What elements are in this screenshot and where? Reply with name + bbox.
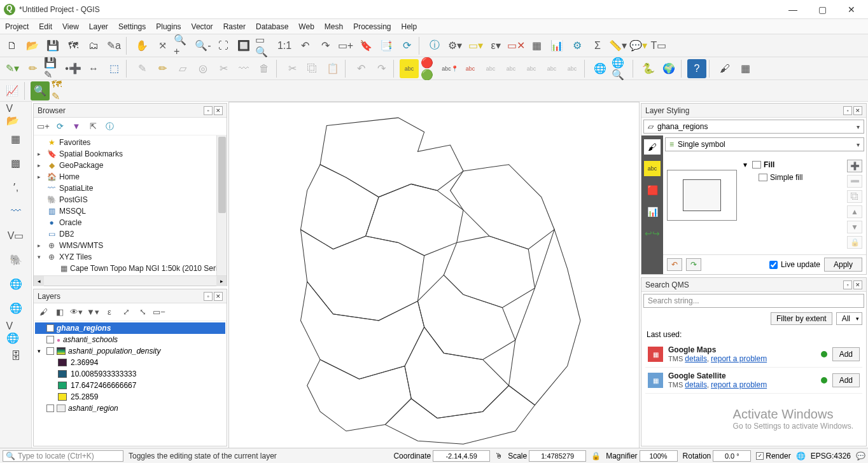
qms-filter-by-extent-button[interactable]: Filter by extent: [771, 312, 832, 325]
messages-icon[interactable]: 💬: [856, 452, 865, 460]
browser-item[interactable]: ▦Cape Town Topo Map NGI 1:50k (2010 Seri…: [36, 263, 224, 274]
extents-toggle-icon[interactable]: 🖰: [495, 452, 503, 460]
layout-manager-icon[interactable]: 🗂: [84, 36, 103, 55]
python-console-icon[interactable]: 🐍: [639, 59, 658, 78]
osm-globe-icon[interactable]: 🌐: [591, 59, 610, 78]
menu-mesh[interactable]: Mesh: [325, 22, 343, 31]
browser-item[interactable]: ▥MSSQL: [36, 205, 224, 217]
scale-lock-icon[interactable]: 🔒: [591, 452, 601, 460]
zoom-layer-icon[interactable]: ▭🔍: [255, 36, 274, 55]
new-map-view-icon[interactable]: ▭+: [336, 36, 355, 55]
layers-style-icon[interactable]: 🖌: [36, 305, 50, 319]
crs-label[interactable]: EPSG:4326: [811, 452, 851, 460]
browser-item[interactable]: ▸⊕WMS/WMTS: [36, 240, 224, 251]
add-db-icon[interactable]: 🗄: [6, 346, 26, 366]
menu-help[interactable]: Help: [402, 22, 417, 31]
scale-input[interactable]: [529, 450, 586, 462]
undo-style-button[interactable]: ↶: [667, 258, 682, 271]
new-bookmark-icon[interactable]: 🔖: [356, 36, 375, 55]
menu-database[interactable]: Database: [256, 22, 288, 31]
layer-class[interactable]: 10.0085933333333: [35, 368, 225, 380]
select-icon[interactable]: ▭▾: [466, 36, 485, 55]
browser-add-icon[interactable]: ▭+: [36, 120, 50, 134]
styling-tab-diagram-icon[interactable]: 📊: [644, 204, 661, 219]
qms-report-link[interactable]: report a problem: [711, 354, 767, 363]
current-edits-icon[interactable]: ✎▾: [3, 59, 22, 78]
magnifier-input[interactable]: [640, 450, 678, 462]
layer-class[interactable]: 2.36994: [35, 357, 225, 368]
browser-scrollbar[interactable]: [216, 135, 227, 275]
qms-add-button[interactable]: Add: [832, 347, 860, 361]
minimize-button[interactable]: —: [784, 4, 802, 15]
add-raster-icon[interactable]: ▦: [6, 128, 26, 149]
browser-item[interactable]: ▸🔖Spatial Bookmarks: [36, 148, 224, 160]
browser-props-icon[interactable]: ⓘ: [102, 120, 116, 134]
browser-item[interactable]: ●Oracle: [36, 217, 224, 228]
layers-collapse-icon[interactable]: ⤡: [136, 305, 150, 319]
browser-undock-button[interactable]: ▫: [204, 106, 213, 115]
menu-view[interactable]: View: [62, 22, 79, 31]
plugin-paint-icon[interactable]: 🖌: [715, 59, 734, 78]
live-update-checkbox[interactable]: Live update: [769, 260, 820, 269]
layers-close-button[interactable]: ✕: [214, 292, 223, 301]
node-tool-icon[interactable]: ⬚: [104, 59, 123, 78]
measure-icon[interactable]: 📏▾: [608, 36, 627, 55]
browser-item[interactable]: ★Favorites: [36, 137, 224, 148]
maximize-button[interactable]: ▢: [813, 4, 831, 15]
add-vector-icon[interactable]: V📂: [6, 104, 26, 125]
menu-layer[interactable]: Layer: [89, 22, 108, 31]
style-manager-icon[interactable]: ✎a: [104, 36, 123, 55]
qms-filter-all-combo[interactable]: All: [836, 312, 862, 325]
pencil-icon[interactable]: ✏: [153, 59, 172, 78]
browser-tree[interactable]: ★Favorites▸🔖Spatial Bookmarks▸◆GeoPackag…: [34, 135, 227, 275]
toolbox-icon[interactable]: ⚙: [568, 36, 587, 55]
browser-hscroll[interactable]: ◂▸: [34, 275, 227, 286]
map-tips-icon[interactable]: 💬▾: [629, 36, 648, 55]
symbol-type-combo[interactable]: ≡ Single symbol: [665, 137, 864, 151]
menu-settings[interactable]: Settings: [118, 22, 146, 31]
add-symbol-layer-button[interactable]: ➕: [847, 160, 862, 172]
menu-edit[interactable]: Edit: [39, 22, 52, 31]
browser-refresh-icon[interactable]: ⟳: [53, 120, 67, 134]
qms-close-button[interactable]: ✕: [853, 280, 862, 289]
zoom-selection-icon[interactable]: 🔲: [234, 36, 253, 55]
apply-button[interactable]: Apply: [824, 258, 862, 272]
label-pin-icon[interactable]: abc📍: [440, 59, 459, 78]
qms-undock-button[interactable]: ▫: [843, 280, 852, 289]
fill-tree[interactable]: ▾Fill Simple fill: [742, 157, 842, 249]
browser-item[interactable]: ▸🏠Home: [36, 171, 224, 183]
zoom-full-icon[interactable]: ⛶: [214, 36, 233, 55]
add-virtual-icon[interactable]: V▭: [6, 225, 26, 245]
browser-item[interactable]: 🐘PostGIS: [36, 194, 224, 205]
show-bookmarks-icon[interactable]: 📑: [377, 36, 396, 55]
styling-tab-symbology-icon[interactable]: 🖌: [644, 139, 661, 155]
styling-close-button[interactable]: ✕: [853, 106, 862, 115]
profile-icon[interactable]: 📈: [3, 81, 22, 100]
move-feature-icon[interactable]: ↔: [84, 59, 103, 78]
browser-close-button[interactable]: ✕: [214, 106, 223, 115]
layers-eye-icon[interactable]: 👁▾: [69, 305, 83, 319]
select-expr-icon[interactable]: ε▾: [486, 36, 505, 55]
menu-project[interactable]: Project: [5, 22, 29, 31]
layer-item[interactable]: ✓ghana_regions: [35, 322, 225, 334]
crs-icon[interactable]: 🌐: [796, 452, 806, 460]
new-print-layout-icon[interactable]: 🗺: [64, 36, 83, 55]
browser-filter-icon[interactable]: ▼: [69, 120, 83, 134]
layers-remove-icon[interactable]: ▭−: [152, 305, 166, 319]
text-annotation-icon[interactable]: T▭: [649, 36, 668, 55]
browser-item[interactable]: ▾⊕XYZ Tiles: [36, 251, 224, 263]
zoom-in-icon[interactable]: 🔍+: [173, 36, 192, 55]
zoom-native-icon[interactable]: 1:1: [275, 36, 294, 55]
styling-tab-labels-icon[interactable]: abc: [644, 161, 661, 176]
zoom-next-icon[interactable]: ↷: [316, 36, 335, 55]
refresh-icon[interactable]: ⟳: [397, 36, 416, 55]
menu-vector[interactable]: Vector: [192, 22, 213, 31]
styling-tab-history-icon[interactable]: ↩↪: [644, 226, 661, 241]
qms-details-link[interactable]: details: [685, 354, 707, 363]
toggle-edit-icon[interactable]: ✏: [23, 59, 42, 78]
add-csv-icon[interactable]: ʼ,: [6, 177, 26, 197]
menu-raster[interactable]: Raster: [223, 22, 246, 31]
layers-tree[interactable]: ✓ghana_regions●ashanti_schools▾ashanti_p…: [34, 321, 227, 446]
layer-item[interactable]: ashanti_region: [35, 403, 225, 414]
layer-class[interactable]: 17.6472466666667: [35, 380, 225, 391]
